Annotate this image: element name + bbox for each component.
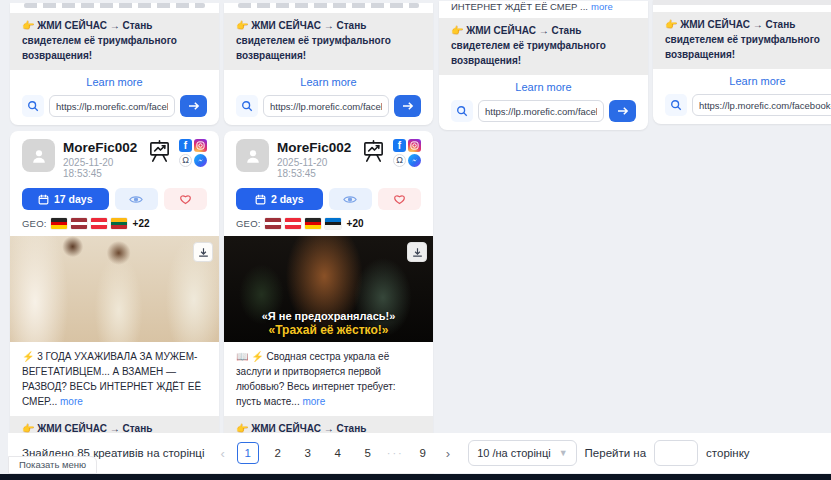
days-active-button[interactable]: 17 days	[22, 188, 109, 210]
learn-more-link[interactable]: Learn more	[22, 70, 207, 93]
open-url-button[interactable]	[394, 95, 421, 117]
prev-page-icon[interactable]: ‹	[216, 446, 228, 461]
days-label: 17 days	[54, 193, 93, 205]
description-text: ⚡ 3 ГОДА УХАЖИВАЛА ЗА МУЖЕМ-ВЕГЕТАТИВЦЕМ…	[22, 351, 201, 407]
chevron-down-icon: ▼	[559, 448, 568, 458]
page-button-4[interactable]: 4	[327, 442, 349, 464]
platform-icons: f Ω	[179, 139, 207, 167]
image-caption-line1: «Я не предохранялась!»	[224, 310, 433, 322]
advertiser-info: MoreFic002 2025-11-20 18:53:45	[277, 139, 353, 179]
more-link[interactable]: more	[591, 1, 613, 12]
creative-description: ⚡ 3 ГОДА УХАЖИВАЛА ЗА МУЖЕМ-ВЕГЕТАТИВЦЕМ…	[22, 349, 207, 409]
page-button-last[interactable]: 9	[412, 442, 434, 464]
flag-at-icon	[285, 218, 301, 229]
next-page-icon[interactable]: ›	[442, 446, 454, 461]
landing-url-row	[451, 100, 636, 122]
flag-de-icon	[305, 218, 321, 229]
column-3: ИНТЕРНЕТ ЖДЁТ ЕЁ СМЕР ...more 👉 ЖМИ СЕЙЧ…	[439, 0, 648, 130]
search-icon[interactable]	[451, 100, 473, 122]
ad-card-partial: ИНТЕРНЕТ ЖДЁТ ЕЁ СМЕР ...more 👉 ЖМИ СЕЙЧ…	[439, 1, 648, 130]
favorite-heart-button[interactable]	[164, 188, 207, 210]
geo-flags	[265, 218, 341, 229]
bottom-bar	[0, 474, 831, 480]
geo-more-count[interactable]: +22	[133, 218, 150, 229]
favorite-heart-button[interactable]	[378, 188, 421, 210]
search-icon[interactable]	[236, 95, 258, 117]
creative-image[interactable]	[10, 236, 219, 342]
geo-more-count[interactable]: +20	[347, 218, 364, 229]
creative-date: 2025-11-20 18:53:45	[277, 157, 353, 179]
ad-card: MoreFic002 2025-11-20 18:53:45 f Ω	[224, 131, 433, 480]
learn-more-link[interactable]: Learn more	[236, 70, 421, 93]
more-link[interactable]: more	[60, 396, 83, 407]
page-button-1[interactable]: 1	[237, 442, 259, 464]
page-size-select[interactable]: 10 /на сторінці ▼	[468, 440, 576, 466]
pagination-ellipsis[interactable]: ···	[387, 447, 404, 459]
learn-more-link[interactable]: Learn more	[665, 69, 831, 92]
stats-chart-icon[interactable]	[147, 139, 172, 163]
flag-at-icon	[91, 218, 107, 229]
messenger-icon	[408, 154, 421, 167]
ad-card-partial: 👉 ЖМИ СЕЙЧАС → Стань свидетелем её триум…	[224, 3, 433, 125]
flag-lv-icon	[71, 218, 87, 229]
download-image-button[interactable]	[193, 242, 213, 262]
ad-cta-text: 👉 ЖМИ СЕЙЧАС → Стань свидетелем её триум…	[653, 12, 831, 69]
flag-lv-icon	[265, 218, 281, 229]
header-icons: f Ω	[361, 139, 421, 167]
page-button-5[interactable]: 5	[357, 442, 379, 464]
column-1: 👉 ЖМИ СЕЙЧАС → Стань свидетелем её триум…	[10, 0, 219, 480]
image-caption-line2: «Трахай её жёстко!»	[224, 323, 433, 337]
cropped-content	[238, 3, 419, 8]
audience-network-icon: Ω	[179, 154, 192, 167]
facebook-icon: f	[179, 139, 192, 152]
column-4: 👉 ЖМИ СЕЙЧАС → Стань свидетелем её триум…	[653, 0, 831, 124]
header-icons: f Ω	[147, 139, 207, 167]
goto-page-input[interactable]	[654, 440, 698, 466]
more-link[interactable]: more	[302, 396, 325, 407]
landing-url-input[interactable]	[49, 95, 175, 117]
flag-ee-icon	[325, 218, 341, 229]
cropped-content	[653, 0, 831, 5]
audience-network-icon: Ω	[393, 154, 406, 167]
advertiser-name: MoreFic002	[277, 140, 353, 155]
search-icon[interactable]	[22, 95, 44, 117]
days-active-button[interactable]: 2 days	[236, 188, 323, 210]
avatar	[236, 139, 269, 172]
cropped-description-text: ИНТЕРНЕТ ЖДЁТ ЕЁ СМЕР ...	[451, 1, 588, 12]
cropped-description: ИНТЕРНЕТ ЖДЁТ ЕЁ СМЕР ...more	[451, 1, 636, 12]
landing-url-row	[665, 94, 831, 116]
search-icon[interactable]	[665, 94, 687, 116]
preview-eye-button[interactable]	[329, 188, 372, 210]
ad-card-partial: 👉 ЖМИ СЕЙЧАС → Стань свидетелем её триум…	[10, 3, 219, 125]
platform-icons: f Ω	[393, 139, 421, 167]
ad-card: MoreFic002 2025-11-20 18:53:45 f Ω	[10, 131, 219, 480]
geo-row: GEO: +22	[22, 218, 207, 229]
cropped-content	[24, 3, 205, 8]
geo-row: GEO: +20	[236, 218, 421, 229]
days-label: 2 days	[271, 193, 304, 205]
creative-description: 📖 ⚡ Сводная сестра украла её заслуги и п…	[236, 349, 421, 409]
ad-card-partial: 👉 ЖМИ СЕЙЧАС → Стань свидетелем её триум…	[653, 0, 831, 124]
preview-eye-button[interactable]	[115, 188, 158, 210]
landing-url-row	[236, 95, 421, 117]
advertiser-info: MoreFic002 2025-11-20 18:53:45	[63, 139, 139, 179]
show-menu-button[interactable]: Показать меню	[8, 456, 97, 474]
geo-flags	[51, 218, 127, 229]
open-url-button[interactable]	[180, 95, 207, 117]
creative-image[interactable]: «Я не предохранялась!» «Трахай её жёстко…	[224, 236, 433, 342]
learn-more-link[interactable]: Learn more	[451, 75, 636, 98]
creative-date: 2025-11-20 18:53:45	[63, 157, 139, 179]
open-url-button[interactable]	[609, 100, 636, 122]
page-button-3[interactable]: 3	[297, 442, 319, 464]
landing-url-input[interactable]	[263, 95, 389, 117]
download-image-button[interactable]	[407, 242, 427, 262]
instagram-icon	[194, 139, 207, 152]
landing-url-input[interactable]	[692, 94, 831, 116]
stats-chart-icon[interactable]	[361, 139, 386, 163]
ad-cta-text: 👉 ЖМИ СЕЙЧАС → Стань свидетелем её триум…	[439, 18, 648, 75]
landing-url-input[interactable]	[478, 100, 604, 122]
geo-label: GEO:	[22, 218, 47, 229]
advertiser-name: MoreFic002	[63, 140, 139, 155]
facebook-icon: f	[393, 139, 406, 152]
page-button-2[interactable]: 2	[267, 442, 289, 464]
